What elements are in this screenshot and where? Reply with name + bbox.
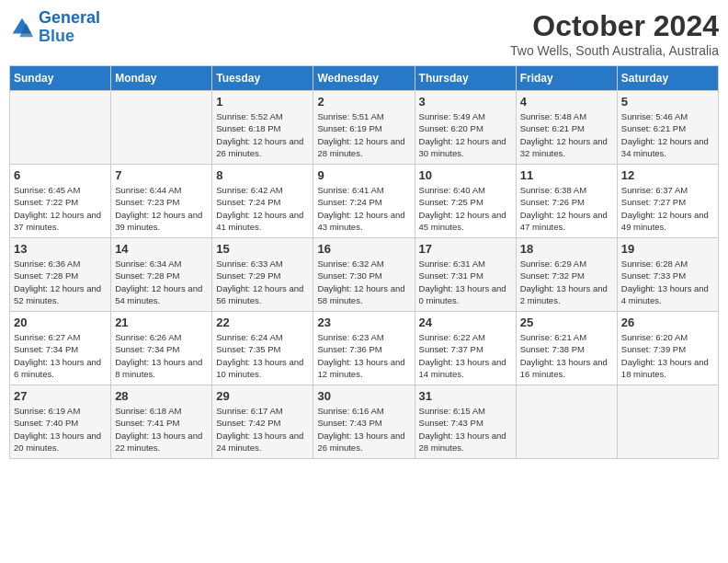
header-tuesday: Tuesday — [212, 66, 313, 91]
day-details: Sunrise: 6:32 AMSunset: 7:30 PMDaylight:… — [317, 258, 410, 306]
logo: General Blue — [9, 9, 100, 46]
day-details: Sunrise: 6:42 AMSunset: 7:24 PMDaylight:… — [216, 184, 309, 233]
calendar-cell: 23 Sunrise: 6:23 AMSunset: 7:36 PMDaylig… — [313, 312, 415, 385]
day-details: Sunrise: 6:41 AMSunset: 7:24 PMDaylight:… — [317, 184, 410, 233]
day-number: 21 — [115, 316, 208, 329]
calendar-cell: 2 Sunrise: 5:51 AMSunset: 6:19 PMDayligh… — [313, 91, 415, 165]
day-details: Sunrise: 6:18 AMSunset: 7:41 PMDaylight:… — [115, 405, 208, 454]
day-number: 15 — [216, 242, 309, 256]
calendar-cell: 28 Sunrise: 6:18 AMSunset: 7:41 PMDaylig… — [111, 385, 212, 459]
location-subtitle: Two Wells, South Australia, Australia — [510, 43, 719, 58]
calendar-week-1: 1 Sunrise: 5:52 AMSunset: 6:18 PMDayligh… — [10, 91, 719, 165]
calendar-week-3: 13 Sunrise: 6:36 AMSunset: 7:28 PMDaylig… — [10, 238, 719, 312]
calendar-cell: 15 Sunrise: 6:33 AMSunset: 7:29 PMDaylig… — [212, 238, 313, 312]
day-details: Sunrise: 6:27 AMSunset: 7:34 PMDaylight:… — [14, 331, 107, 380]
day-number: 24 — [419, 316, 512, 329]
calendar-cell: 9 Sunrise: 6:41 AMSunset: 7:24 PMDayligh… — [313, 165, 415, 238]
title-area: October 2024 Two Wells, South Australia,… — [510, 9, 719, 58]
day-details: Sunrise: 6:20 AMSunset: 7:39 PMDaylight:… — [621, 331, 714, 380]
calendar-body: 1 Sunrise: 5:52 AMSunset: 6:18 PMDayligh… — [10, 91, 719, 459]
calendar-cell: 18 Sunrise: 6:29 AMSunset: 7:32 PMDaylig… — [516, 238, 617, 312]
calendar-cell: 7 Sunrise: 6:44 AMSunset: 7:23 PMDayligh… — [111, 165, 212, 238]
calendar-week-5: 27 Sunrise: 6:19 AMSunset: 7:40 PMDaylig… — [10, 385, 719, 459]
day-details: Sunrise: 6:37 AMSunset: 7:27 PMDaylight:… — [621, 184, 714, 233]
day-number: 1 — [216, 95, 309, 109]
calendar-cell: 3 Sunrise: 5:49 AMSunset: 6:20 PMDayligh… — [415, 91, 516, 165]
day-details: Sunrise: 6:19 AMSunset: 7:40 PMDaylight:… — [14, 405, 107, 454]
day-number: 8 — [216, 168, 309, 182]
day-number: 9 — [317, 168, 410, 182]
logo-icon — [9, 15, 35, 40]
header-monday: Monday — [111, 66, 212, 91]
calendar-cell: 27 Sunrise: 6:19 AMSunset: 7:40 PMDaylig… — [10, 385, 111, 459]
day-details: Sunrise: 6:28 AMSunset: 7:33 PMDaylight:… — [621, 258, 714, 306]
calendar-week-4: 20 Sunrise: 6:27 AMSunset: 7:34 PMDaylig… — [10, 312, 719, 385]
calendar-cell — [111, 91, 212, 165]
day-details: Sunrise: 6:45 AMSunset: 7:22 PMDaylight:… — [14, 184, 107, 233]
day-details: Sunrise: 6:36 AMSunset: 7:28 PMDaylight:… — [14, 258, 107, 306]
day-details: Sunrise: 6:29 AMSunset: 7:32 PMDaylight:… — [520, 258, 613, 306]
day-number: 11 — [520, 168, 613, 182]
calendar-week-2: 6 Sunrise: 6:45 AMSunset: 7:22 PMDayligh… — [10, 165, 719, 238]
calendar-cell — [516, 385, 617, 459]
day-number: 23 — [317, 316, 410, 329]
calendar-cell: 13 Sunrise: 6:36 AMSunset: 7:28 PMDaylig… — [10, 238, 111, 312]
day-details: Sunrise: 6:33 AMSunset: 7:29 PMDaylight:… — [216, 258, 309, 306]
logo-line1: General — [39, 8, 100, 27]
day-number: 22 — [216, 316, 309, 329]
day-number: 20 — [14, 316, 107, 329]
day-details: Sunrise: 6:34 AMSunset: 7:28 PMDaylight:… — [115, 258, 208, 306]
day-number: 27 — [14, 389, 107, 403]
header-sunday: Sunday — [10, 66, 111, 91]
header-row: Sunday Monday Tuesday Wednesday Thursday… — [10, 66, 719, 91]
day-number: 18 — [520, 242, 613, 256]
logo-text: General Blue — [39, 9, 100, 46]
day-details: Sunrise: 6:24 AMSunset: 7:35 PMDaylight:… — [216, 331, 309, 380]
calendar-cell: 17 Sunrise: 6:31 AMSunset: 7:31 PMDaylig… — [415, 238, 516, 312]
calendar-cell: 19 Sunrise: 6:28 AMSunset: 7:33 PMDaylig… — [617, 238, 718, 312]
calendar-cell: 8 Sunrise: 6:42 AMSunset: 7:24 PMDayligh… — [212, 165, 313, 238]
calendar-cell — [10, 91, 111, 165]
calendar-cell: 14 Sunrise: 6:34 AMSunset: 7:28 PMDaylig… — [111, 238, 212, 312]
calendar-header: Sunday Monday Tuesday Wednesday Thursday… — [10, 66, 719, 91]
header-thursday: Thursday — [415, 66, 516, 91]
calendar-cell: 24 Sunrise: 6:22 AMSunset: 7:37 PMDaylig… — [415, 312, 516, 385]
day-details: Sunrise: 6:15 AMSunset: 7:43 PMDaylight:… — [419, 405, 512, 454]
calendar-cell: 31 Sunrise: 6:15 AMSunset: 7:43 PMDaylig… — [415, 385, 516, 459]
day-number: 17 — [419, 242, 512, 256]
calendar-cell: 22 Sunrise: 6:24 AMSunset: 7:35 PMDaylig… — [212, 312, 313, 385]
day-details: Sunrise: 6:21 AMSunset: 7:38 PMDaylight:… — [520, 331, 613, 380]
calendar-cell: 11 Sunrise: 6:38 AMSunset: 7:26 PMDaylig… — [516, 165, 617, 238]
calendar-cell: 16 Sunrise: 6:32 AMSunset: 7:30 PMDaylig… — [313, 238, 415, 312]
day-details: Sunrise: 6:23 AMSunset: 7:36 PMDaylight:… — [317, 331, 410, 380]
day-details: Sunrise: 6:44 AMSunset: 7:23 PMDaylight:… — [115, 184, 208, 233]
calendar-cell: 21 Sunrise: 6:26 AMSunset: 7:34 PMDaylig… — [111, 312, 212, 385]
day-details: Sunrise: 5:52 AMSunset: 6:18 PMDaylight:… — [216, 110, 309, 159]
day-details: Sunrise: 6:31 AMSunset: 7:31 PMDaylight:… — [419, 258, 512, 306]
calendar-cell: 6 Sunrise: 6:45 AMSunset: 7:22 PMDayligh… — [10, 165, 111, 238]
page-header: General Blue October 2024 Two Wells, Sou… — [9, 9, 719, 58]
calendar-cell: 20 Sunrise: 6:27 AMSunset: 7:34 PMDaylig… — [10, 312, 111, 385]
calendar-cell: 12 Sunrise: 6:37 AMSunset: 7:27 PMDaylig… — [617, 165, 718, 238]
logo-line2: Blue — [39, 27, 74, 45]
day-number: 4 — [520, 95, 613, 109]
header-wednesday: Wednesday — [313, 66, 415, 91]
header-friday: Friday — [516, 66, 617, 91]
day-number: 2 — [317, 95, 410, 109]
day-number: 12 — [621, 168, 714, 182]
calendar-cell: 30 Sunrise: 6:16 AMSunset: 7:43 PMDaylig… — [313, 385, 415, 459]
calendar-cell: 1 Sunrise: 5:52 AMSunset: 6:18 PMDayligh… — [212, 91, 313, 165]
day-details: Sunrise: 6:26 AMSunset: 7:34 PMDaylight:… — [115, 331, 208, 380]
header-saturday: Saturday — [617, 66, 718, 91]
day-number: 19 — [621, 242, 714, 256]
day-number: 31 — [419, 389, 512, 403]
day-number: 3 — [419, 95, 512, 109]
calendar-table: Sunday Monday Tuesday Wednesday Thursday… — [9, 65, 719, 459]
day-details: Sunrise: 6:17 AMSunset: 7:42 PMDaylight:… — [216, 405, 309, 454]
calendar-cell: 5 Sunrise: 5:46 AMSunset: 6:21 PMDayligh… — [617, 91, 718, 165]
day-number: 29 — [216, 389, 309, 403]
day-number: 25 — [520, 316, 613, 329]
day-details: Sunrise: 6:38 AMSunset: 7:26 PMDaylight:… — [520, 184, 613, 233]
day-details: Sunrise: 5:48 AMSunset: 6:21 PMDaylight:… — [520, 110, 613, 159]
calendar-cell: 26 Sunrise: 6:20 AMSunset: 7:39 PMDaylig… — [617, 312, 718, 385]
